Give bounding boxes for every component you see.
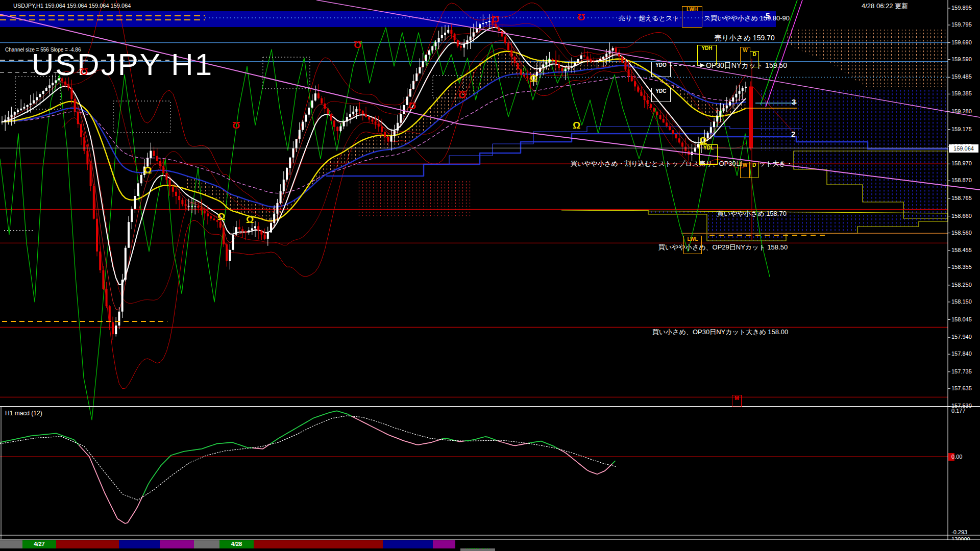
time-axis-session-bar: 4/274/28 <box>0 540 980 548</box>
price-axis-label: 158.765 <box>951 195 972 201</box>
price-axis-label: 158.250 <box>951 282 972 288</box>
macd-indicator-label: H1 macd (12) <box>5 410 42 417</box>
annotation-sell-stop-pre: 売り・超えるとスト <box>619 15 679 22</box>
red-omega-signal-icon: Ω <box>354 40 361 49</box>
price-axis-label: 158.560 <box>951 230 972 236</box>
yellow-omega-signal-icon: Ω <box>699 136 707 145</box>
chart-window: USDJPY,H1 159.064 159.064 159.064 159.06… <box>0 0 980 551</box>
yellow-omega-signal-icon: Ω <box>530 73 537 83</box>
macd-axis-min: -0.293 <box>951 529 967 535</box>
level-tag-lwh: LWH <box>682 6 702 28</box>
level-tag-lwl: LWL <box>683 236 702 254</box>
red-omega-signal-icon: Ω <box>408 101 416 111</box>
yellow-omega-signal-icon: Ω <box>144 165 152 175</box>
level-tag-w: W <box>740 162 750 178</box>
price-axis-label: 159.590 <box>951 56 972 62</box>
session-segment-purple <box>160 540 194 548</box>
channel-info-label: Channel size = 556 Slope = -4.86 <box>5 47 81 53</box>
price-axis-label: 159.795 <box>951 21 972 28</box>
annotation-buy-op30-15800: 買い小さめ、OP30日NYカット大きめ 158.00 <box>652 329 788 336</box>
red-omega-signal-icon: Ω <box>458 90 466 99</box>
price-axis-label: 158.045 <box>951 316 972 322</box>
date-label: 4/28 <box>219 541 254 547</box>
price-axis-label: 158.150 <box>951 298 972 305</box>
annotation-buy-stoploss-post: ット大き・ <box>759 160 793 168</box>
level-tag-ydo: YDO <box>651 62 671 77</box>
session-segment-gray <box>0 540 22 548</box>
price-axis-label: 158.455 <box>951 247 972 253</box>
annotation-sell-small-15970: 売り小さめ 159.70 <box>715 34 775 42</box>
annotation-sell-stop-post: ス買いやや小さめ 159.80-90 <box>704 15 790 22</box>
session-segment-green: 4/28 <box>219 540 254 548</box>
price-axis-label: 159.895 <box>951 5 972 11</box>
session-segment-maroon <box>56 540 119 548</box>
macd-axis-zero: 0.00 <box>951 454 962 460</box>
level-tag-ydh: YDH <box>697 45 717 65</box>
date-label: 4/27 <box>22 541 56 547</box>
last-update-timestamp: 4/28 06:22 更新 <box>862 3 908 10</box>
price-axis-label: 158.970 <box>951 160 972 166</box>
session-segment-navy <box>383 540 433 548</box>
symbol-ohlc-line: USDJPY,H1 159.064 159.064 159.064 159.06… <box>13 3 131 9</box>
price-axis-label: 159.075 <box>951 143 972 149</box>
price-chart-canvas <box>0 0 980 551</box>
yellow-omega-signal-icon: Ω <box>217 212 225 221</box>
level-tag-ydl: YDL <box>699 144 718 165</box>
price-axis-label: 158.660 <box>951 213 972 219</box>
price-axis-label: 157.735 <box>951 368 972 374</box>
session-segment-purple <box>433 540 455 548</box>
level-tag-d: D <box>750 162 758 178</box>
price-axis-label: 157.530 <box>951 403 972 409</box>
red-omega-signal-icon: Ω <box>492 14 499 24</box>
price-axis-label: 158.355 <box>951 264 972 270</box>
red-omega-signal-icon: Ω <box>232 120 240 130</box>
price-axis-label: 157.635 <box>951 385 972 391</box>
wave-count-3: 3 <box>792 97 796 106</box>
price-axis-label: 159.280 <box>951 108 972 114</box>
price-axis-label: 159.485 <box>951 73 972 80</box>
price-axis-label: 159.175 <box>951 126 972 132</box>
price-axis-label: 159.690 <box>951 39 972 45</box>
session-segment-gray <box>194 540 219 548</box>
red-omega-signal-icon: Ω <box>80 67 88 77</box>
price-axis-label: 157.940 <box>951 334 972 340</box>
annotation-buy-op29-15850: 買いやや小さめ、OP29日NYカット 158.50 <box>658 244 788 252</box>
wave-count-5: 5 <box>766 11 770 20</box>
wave-count-2: 2 <box>791 130 795 138</box>
session-segment-navy <box>119 540 160 548</box>
level-tag-ydc: YDC <box>651 88 671 102</box>
yellow-omega-signal-icon: Ω <box>573 120 580 130</box>
price-axis-label: 157.840 <box>951 350 972 357</box>
level-tag-m: M <box>732 395 742 407</box>
price-axis-label: 158.870 <box>951 177 972 183</box>
session-segment-green: 4/27 <box>22 540 56 548</box>
annotation-buy-15870: 買いやや小さめ 158.70 <box>717 210 787 218</box>
yellow-omega-signal-icon: Ω <box>246 215 254 224</box>
red-omega-signal-icon: Ω <box>577 12 585 22</box>
level-tag-d: D <box>750 51 759 67</box>
price-axis-label: 159.385 <box>951 90 972 96</box>
session-segment-maroon <box>254 540 383 548</box>
level-tag-w: W <box>740 47 750 63</box>
